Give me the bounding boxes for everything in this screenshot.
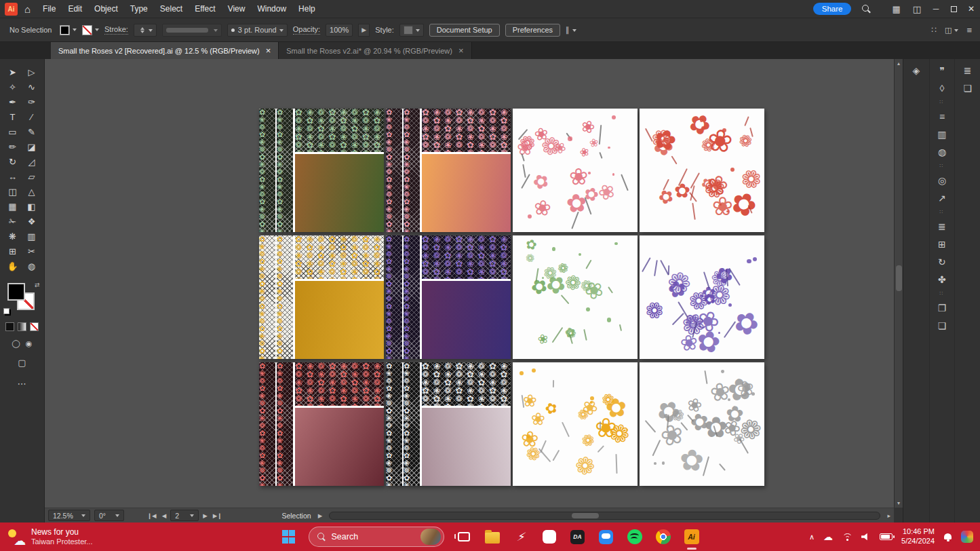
tool-perspective-grid[interactable]: △ (22, 184, 41, 199)
fill-color-dropdown[interactable] (60, 25, 77, 35)
opacity-label[interactable]: Opacity: (293, 25, 320, 35)
gradient-button[interactable] (18, 322, 26, 331)
menu-view[interactable]: View (222, 0, 252, 18)
variable-width-profile-dropdown[interactable] (162, 24, 222, 37)
last-artboard-icon[interactable]: ▶❙ (213, 512, 222, 519)
artboard-floral-gray-watercolor[interactable]: ❁❀❀✿❀✿✿✿✿❀❁✿❀❀ (640, 362, 764, 486)
taskbar-app-davinci[interactable]: DA (569, 527, 587, 546)
artboard-pattern-green-rose-tile[interactable]: ✿ ❀ ❁ ✿ ❀ ❁ ✿ ❀ ❁ ✿ ❀ ❁ ✿ ❀ ❁ ✿ ❀ ❁ ✿ ❀ … (259, 109, 384, 232)
tool-shape-builder[interactable]: ◫ (3, 184, 22, 199)
3d-materials-panel-icon[interactable]: ◈ (907, 62, 925, 79)
menu-type[interactable]: Type (124, 0, 154, 18)
artboard-pattern-purple-rose-tile[interactable]: ✿ ❀ ❁ ✿ ❀ ❁ ✿ ❀ ❁ ✿ ❀ ❁ ✿ ❀ ❁ ✿ ❀ ❁ ✿ ❀ … (386, 235, 511, 359)
fill-stroke-control[interactable]: ⇄ (7, 283, 37, 313)
taskbar-app-file-explorer[interactable] (484, 527, 501, 546)
properties-panel-icon[interactable]: ≣ (959, 62, 977, 79)
document-tab[interactable]: Small the Roses v2.ai* @ 20.94 % (RGB/Pr… (279, 42, 471, 59)
tool-rectangle[interactable]: ▭ (3, 124, 22, 139)
horizontal-scroll-thumb[interactable] (572, 513, 599, 518)
taskbar-app-illustrator[interactable]: Ai (683, 527, 701, 546)
paint-app-icon[interactable] (961, 531, 973, 543)
workspace-panel-icon[interactable]: ◫ (913, 4, 921, 14)
tool-selection[interactable]: ➤ (3, 64, 22, 79)
canvas[interactable]: ✿ ❀ ❁ ✿ ❀ ❁ ✿ ❀ ❁ ✿ ❀ ❁ ✿ ❀ ❁ ✿ ❀ ❁ ✿ ❀ … (45, 59, 894, 508)
edit-toolbar-icon[interactable]: ⋯ (18, 379, 27, 389)
tool-type[interactable]: T (3, 109, 22, 124)
tool-symbol-sprayer[interactable]: ❋ (3, 229, 22, 244)
draw-behind-icon[interactable]: ◉ (26, 339, 33, 348)
notifications-bell-icon[interactable] (943, 533, 952, 542)
menu-edit[interactable]: Edit (62, 0, 88, 18)
artboard-pattern-yellow-rose-tile[interactable]: ✿ ❀ ❁ ✿ ❀ ❁ ✿ ❀ ❁ ✿ ❀ ❁ ✿ ❀ ❁ ✿ ❀ ❁ ✿ ❀ … (259, 235, 384, 359)
libraries-panel-icon[interactable]: ❏ (959, 80, 977, 96)
tab-close-icon[interactable]: × (266, 46, 271, 55)
none-button[interactable] (30, 322, 39, 331)
home-icon[interactable]: ⌂ (24, 3, 31, 15)
align-dropdown[interactable]: ∥ (566, 26, 576, 35)
taskbar-app-chrome[interactable] (654, 527, 672, 546)
tool-slice[interactable]: ✂ (22, 244, 41, 259)
taskbar-app-pet-app[interactable] (541, 527, 558, 546)
symbols-panel-icon[interactable]: ❏ (933, 318, 951, 334)
paragraph-panel-icon[interactable]: ▥ (933, 126, 951, 142)
horizontal-scrollbar[interactable] (329, 512, 880, 520)
menu-effect[interactable]: Effect (189, 0, 221, 18)
tool-direct-selection[interactable]: ▷ (22, 64, 41, 79)
tool-curvature[interactable]: ✑ (22, 94, 41, 109)
screen-mode-icon[interactable]: ▢ (18, 358, 26, 368)
workspace-switcher[interactable]: ◫ (945, 26, 958, 35)
rotate-view-panel-icon[interactable]: ↻ (933, 254, 951, 270)
previous-artboard-icon[interactable]: ◀ (162, 512, 167, 519)
battery-icon[interactable] (880, 533, 893, 540)
character-panel-icon[interactable]: ≡ (933, 109, 951, 125)
menu-object[interactable]: Object (88, 0, 124, 18)
tool-eyedropper[interactable]: ✁ (3, 214, 22, 229)
default-fill-stroke-icon[interactable] (3, 308, 9, 314)
pattern-options-panel-icon[interactable]: ✤ (933, 271, 951, 288)
menu-window[interactable]: Window (251, 0, 292, 18)
stepper-icon[interactable] (140, 25, 144, 35)
share-button[interactable]: Share (813, 3, 852, 15)
color-button[interactable] (5, 322, 14, 331)
tray-clock[interactable]: 10:46 PM 5/24/2024 (901, 527, 935, 546)
artboard-number-select[interactable]: 2 (170, 510, 199, 521)
search-highlight-image[interactable] (420, 529, 441, 545)
tool-free-transform[interactable]: ▱ (22, 169, 41, 184)
tool-artboard[interactable]: ⊞ (3, 244, 22, 259)
taskbar-app-zap[interactable]: ⚡ (512, 527, 530, 546)
tool-width[interactable]: ↔ (3, 169, 22, 184)
gradient-panel-panel-icon[interactable]: ◍ (933, 144, 951, 160)
transform-panel-icon[interactable]: ◎ (933, 172, 951, 189)
opacity-input[interactable]: 100% (326, 24, 353, 37)
taskbar-app-spotify[interactable] (626, 527, 644, 546)
document-tab[interactable]: Small the Roses v2 [Recovered].ai @ 12.5… (51, 42, 279, 59)
search-icon[interactable] (862, 5, 871, 14)
fill-swatch[interactable] (7, 283, 25, 301)
menu-help[interactable]: Help (292, 0, 321, 18)
opacity-more-button[interactable]: ▶ (358, 24, 370, 37)
rotation-select[interactable]: 0° (94, 510, 124, 521)
shape-panel-panel-icon[interactable]: ◊ (933, 80, 951, 96)
tool-blend[interactable]: ❖ (22, 214, 41, 229)
menu-select[interactable]: Select (154, 0, 189, 18)
tool-scale[interactable]: ◿ (22, 154, 41, 169)
tool-gradient[interactable]: ◧ (22, 199, 41, 214)
draw-normal-icon[interactable]: ◯ (12, 339, 20, 348)
stroke-weight-stepper[interactable] (134, 24, 157, 37)
artboard-floral-pink-watercolor[interactable]: ❁❀❀❀✿❀❀❀❁❀✿❀❀✿ (513, 109, 638, 232)
tool-shaper[interactable]: ✏ (3, 139, 22, 154)
artboard-floral-purple-watercolor[interactable]: ❁✿❁❀❁❁✿❁✿✿❁✿✿❀❁ (640, 235, 764, 359)
zoom-select[interactable]: 12.5% (48, 510, 90, 521)
artboard-pattern-pink-rose-tile[interactable]: ✿ ❀ ❁ ✿ ❀ ❁ ✿ ❀ ❁ ✿ ❀ ❁ ✿ ❀ ❁ ✿ ❀ ❁ ✿ ❀ … (386, 109, 511, 232)
comments-panel-icon[interactable]: ❞ (933, 62, 951, 79)
tool-mesh[interactable]: ▦ (3, 199, 22, 214)
cloud-icon[interactable]: ☁ (823, 531, 833, 542)
status-menu-icon[interactable]: ▶ (318, 512, 323, 519)
brush-definition-dropdown[interactable]: 3 pt. Round (227, 24, 288, 37)
document-setup-button[interactable]: Document Setup (429, 24, 500, 37)
artboard-pattern-coral-rose-tile[interactable]: ✿ ❀ ❁ ✿ ❀ ❁ ✿ ❀ ❁ ✿ ❀ ❁ ✿ ❀ ❁ ✿ ❀ ❁ ✿ ❀ … (259, 362, 384, 486)
news-widget[interactable]: News for you Taiwan Protester... (0, 527, 156, 546)
minimize-button[interactable]: ─ (927, 0, 945, 18)
tool-lasso[interactable]: ∿ (22, 79, 41, 94)
tab-close-icon[interactable]: × (458, 46, 464, 55)
